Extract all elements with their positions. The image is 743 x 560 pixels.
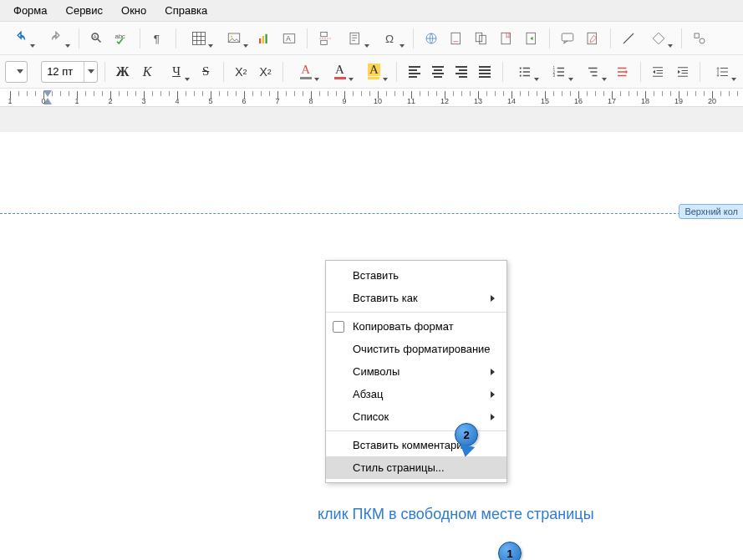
menu-window[interactable]: Окно <box>113 2 155 19</box>
superscript-button[interactable]: X2 <box>231 61 252 83</box>
clear-format-button[interactable]: A <box>290 61 321 83</box>
track-changes-button[interactable] <box>582 28 603 49</box>
ctx-separator <box>326 312 506 313</box>
submenu-arrow-icon <box>491 369 495 375</box>
submenu-arrow-icon <box>491 295 495 302</box>
svg-rect-14 <box>350 33 359 44</box>
callout-2: 2 <box>455 423 478 446</box>
draw-button[interactable] <box>689 28 710 49</box>
redo-button[interactable] <box>40 28 72 49</box>
callout-1: 1 <box>498 542 522 560</box>
first-line-indent-marker[interactable] <box>43 90 52 97</box>
font-size-dropdown[interactable] <box>84 62 97 82</box>
ctx-clone-format[interactable]: Копировать формат <box>326 315 506 338</box>
submenu-arrow-icon <box>491 391 495 398</box>
bullet-list-button[interactable] <box>510 61 541 83</box>
shape-button[interactable] <box>643 28 674 49</box>
svg-point-6 <box>231 35 232 37</box>
standard-toolbar: A abc ¶ A Ω <box>0 22 743 55</box>
menu-form[interactable]: Форма <box>5 2 56 19</box>
comment-button[interactable] <box>557 28 578 49</box>
menu-bar: Форма Сервис Окно Справка <box>0 0 743 22</box>
page-break-button[interactable] <box>314 28 336 49</box>
decrease-indent-button[interactable] <box>672 61 693 83</box>
ctx-character[interactable]: Символы <box>326 360 506 383</box>
font-size-field[interactable] <box>41 61 98 83</box>
special-char-button[interactable]: Ω <box>374 28 406 49</box>
dedent-list-button[interactable] <box>612 61 633 83</box>
font-size-input[interactable] <box>42 65 84 78</box>
annotation-text: клик ПКМ в свободном месте страницы <box>318 506 594 523</box>
svg-text:abc: abc <box>115 33 125 40</box>
undo-button[interactable] <box>5 28 37 49</box>
underline-button[interactable]: Ч <box>161 61 192 83</box>
svg-text:3: 3 <box>553 74 556 78</box>
header-tag[interactable]: Верхний кол <box>679 204 743 219</box>
svg-rect-9 <box>266 33 267 43</box>
ctx-paste[interactable]: Вставить <box>326 264 506 287</box>
footnote-button[interactable] <box>445 28 467 49</box>
line-button[interactable] <box>618 28 639 49</box>
svg-text:Ω: Ω <box>385 32 394 44</box>
ctx-paste-as[interactable]: Вставить как <box>326 287 506 309</box>
align-left-button[interactable] <box>404 61 425 83</box>
formatting-toolbar: Ж К Ч S X2 X2 A A A 123 <box>0 55 743 89</box>
italic-button[interactable]: К <box>136 61 157 83</box>
svg-rect-8 <box>262 36 264 43</box>
ctx-separator <box>326 430 506 431</box>
textbox-button[interactable]: A <box>278 28 300 49</box>
svg-rect-18 <box>476 33 482 42</box>
strike-button[interactable]: S <box>195 61 216 83</box>
svg-rect-7 <box>259 38 261 43</box>
checkbox-icon <box>333 321 344 333</box>
ctx-insert-comment[interactable]: Вставить комментарий <box>326 434 506 456</box>
svg-rect-17 <box>451 33 461 44</box>
outline-button[interactable] <box>578 61 609 83</box>
cross-ref-button[interactable] <box>521 28 542 49</box>
svg-rect-19 <box>480 35 486 44</box>
ctx-list[interactable]: Список <box>326 405 506 428</box>
image-button[interactable] <box>218 28 250 49</box>
svg-rect-13 <box>321 40 328 44</box>
table-button[interactable] <box>183 28 215 49</box>
svg-rect-22 <box>562 33 573 41</box>
ctx-page-style[interactable]: Стиль страницы... <box>326 456 506 479</box>
svg-point-25 <box>700 38 705 43</box>
pilcrow-button[interactable]: ¶ <box>147 28 169 49</box>
svg-point-26 <box>520 67 522 69</box>
endnote-button[interactable] <box>471 28 492 49</box>
align-right-button[interactable] <box>450 61 472 83</box>
hyperlink-button[interactable] <box>420 28 442 49</box>
paragraph-style-combo[interactable] <box>5 61 28 83</box>
menu-help[interactable]: Справка <box>156 2 216 19</box>
context-menu: Вставить Вставить как Копировать формат … <box>325 260 507 483</box>
chart-button[interactable] <box>253 28 275 49</box>
svg-rect-24 <box>695 33 699 38</box>
align-justify-button[interactable] <box>474 61 496 83</box>
bold-button[interactable]: Ж <box>112 61 133 83</box>
increase-indent-button[interactable] <box>648 61 669 83</box>
ctx-paragraph[interactable]: Абзац <box>326 383 506 405</box>
svg-point-27 <box>520 70 522 72</box>
svg-rect-4 <box>193 32 206 44</box>
svg-point-28 <box>520 74 522 76</box>
ctx-clear-format[interactable]: Очистить форматирование <box>326 338 506 360</box>
svg-text:¶: ¶ <box>154 32 160 44</box>
menu-service[interactable]: Сервис <box>58 2 112 19</box>
font-color-button[interactable]: A <box>324 61 355 83</box>
header-boundary <box>0 213 743 214</box>
highlight-button[interactable]: A <box>359 61 389 83</box>
bookmark-button[interactable] <box>496 28 517 49</box>
horizontal-ruler[interactable]: 101234567891011121314151617181920 <box>0 89 743 107</box>
align-center-button[interactable] <box>427 61 449 83</box>
field-button[interactable] <box>339 28 371 49</box>
submenu-arrow-icon <box>491 414 495 420</box>
line-spacing-button[interactable] <box>707 61 738 83</box>
document-area[interactable]: Верхний кол Вставить Вставить как Копиро… <box>0 107 743 560</box>
find-replace-button[interactable]: A <box>86 28 108 49</box>
spellcheck-button[interactable]: abc <box>111 28 133 49</box>
number-list-button[interactable]: 123 <box>544 61 575 83</box>
subscript-button[interactable]: X2 <box>255 61 276 83</box>
svg-text:A: A <box>94 34 97 39</box>
svg-rect-12 <box>321 32 328 36</box>
